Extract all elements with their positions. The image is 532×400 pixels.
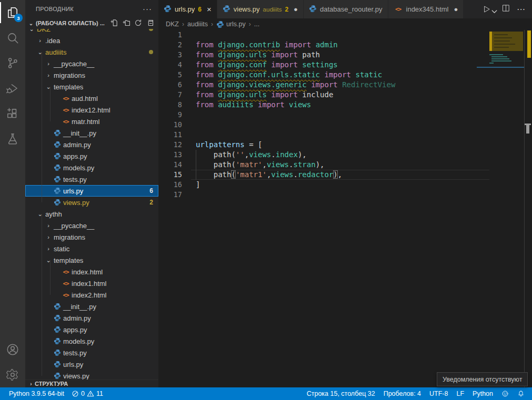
- search-icon[interactable]: [0, 25, 25, 50]
- tree-item-label: aythh: [45, 210, 62, 218]
- tree-item-index12-html[interactable]: <>index12.html: [25, 104, 158, 116]
- code-editor[interactable]: 12from django.contrib import admin3from …: [158, 30, 532, 387]
- more-actions-icon[interactable]: ⋯: [517, 4, 526, 14]
- new-file-icon[interactable]: [110, 19, 118, 28]
- breadcrumb-item[interactable]: DKZ: [166, 20, 179, 28]
- explorer-more-actions-icon[interactable]: ···: [143, 4, 152, 13]
- new-folder-icon[interactable]: [122, 19, 130, 28]
- tree-item--init-py[interactable]: __init__.py: [25, 127, 158, 139]
- tree-item-tests-py[interactable]: tests.py: [25, 347, 158, 358]
- workspace-section-header[interactable]: ⌄ (РАБОЧАЯ ОБЛАСТЬ) ...: [25, 17, 158, 29]
- line-number: 10: [158, 120, 182, 130]
- status-problems[interactable]: 011: [72, 390, 103, 397]
- tree-item-templates[interactable]: ⌄templates: [25, 254, 158, 266]
- run-python-file-icon[interactable]: [482, 5, 495, 14]
- tree-item-admin-py[interactable]: admin.py: [25, 312, 158, 324]
- tree-item-audiiits[interactable]: ⌄audiiits: [25, 46, 158, 58]
- file-tree-rows: ⌄DKZ›.idea⌄audiiits›__pycache__›migratio…: [25, 29, 158, 380]
- tree-item--idea[interactable]: ›.idea: [25, 35, 158, 46]
- breadcrumb-item[interactable]: ...: [254, 20, 259, 28]
- code-line-9[interactable]: 9: [158, 110, 532, 120]
- status-indentation[interactable]: Пробелов: 4: [384, 390, 421, 397]
- code-line-7[interactable]: 7from django.urls import include: [158, 90, 532, 100]
- tree-item-index2-html[interactable]: <>index2.html: [25, 289, 158, 301]
- status-eol[interactable]: LF: [456, 390, 464, 397]
- breadcrumb-item[interactable]: audiiits: [187, 20, 208, 28]
- code-line-1[interactable]: 1: [158, 30, 532, 40]
- manage-icon[interactable]: [0, 362, 25, 387]
- tree-item-static[interactable]: ›static: [25, 243, 158, 254]
- tree-item-urls-py[interactable]: urls.py6: [25, 185, 158, 197]
- line-number: 2: [158, 40, 182, 50]
- tree-item-label: migrations: [54, 233, 85, 241]
- tree-item-apps-py[interactable]: apps.py: [25, 150, 158, 162]
- tab-urls-py[interactable]: urls.py6×: [158, 0, 217, 18]
- status-feedback[interactable]: [501, 390, 509, 397]
- tree-item-index-html[interactable]: <>index.html: [25, 266, 158, 278]
- tree-item-aud-html[interactable]: <>aud.html: [25, 93, 158, 104]
- extensions-icon[interactable]: [0, 101, 25, 126]
- tree-item-admin-py[interactable]: admin.py: [25, 139, 158, 150]
- tree-item-DKZ[interactable]: ⌄DKZ: [25, 29, 158, 35]
- code-line-11[interactable]: 11: [158, 130, 532, 140]
- explorer-icon[interactable]: 3: [0, 0, 25, 25]
- tab-database-roouter-py[interactable]: database_roouter.py: [304, 0, 388, 18]
- accounts-icon[interactable]: [0, 337, 25, 362]
- status-encoding[interactable]: UTF-8: [429, 390, 448, 397]
- tree-item-aythh[interactable]: ⌄aythh: [25, 208, 158, 220]
- testing-icon[interactable]: [0, 126, 25, 151]
- tree-item-label: apps.py: [63, 326, 87, 334]
- modified-dot-icon[interactable]: ●: [294, 5, 298, 13]
- tree-item-urls-py[interactable]: urls.py: [25, 358, 158, 370]
- breadcrumb-item[interactable]: urls.py: [226, 20, 246, 28]
- chevron-down-icon: ⌄: [44, 257, 53, 264]
- code-line-5[interactable]: 5from django.conf.urls.static import sta…: [158, 70, 532, 80]
- status-notifications[interactable]: [517, 390, 525, 397]
- split-editor-icon[interactable]: [501, 4, 510, 15]
- chevron-right-icon: ›: [44, 245, 53, 252]
- tree-item-migrations[interactable]: ›migrations: [25, 69, 158, 81]
- tab-views-py[interactable]: views.pyaudiiits2●: [217, 0, 304, 18]
- tree-item-apps-py[interactable]: apps.py: [25, 324, 158, 335]
- tree-item-index1-html[interactable]: <>index1.html: [25, 278, 158, 289]
- collapse-all-icon[interactable]: [146, 19, 154, 28]
- code-line-8[interactable]: 8from audiiits import views: [158, 100, 532, 110]
- code-line-3[interactable]: 3from django.urls import path: [158, 50, 532, 60]
- tree-item-views-py[interactable]: views.py: [25, 370, 158, 380]
- code-line-4[interactable]: 4from django.conf import settings: [158, 60, 532, 70]
- overview-ruler[interactable]: [524, 30, 532, 387]
- tree-item--pycache-[interactable]: ›__pycache__: [25, 220, 158, 231]
- tree-item-models-py[interactable]: models.py: [25, 335, 158, 347]
- run-and-debug-icon[interactable]: [0, 76, 25, 101]
- refresh-icon[interactable]: [134, 19, 142, 28]
- code-line-10[interactable]: 10: [158, 120, 532, 130]
- status-text: UTF-8: [429, 390, 448, 397]
- tab-index345-html[interactable]: <>index345.html●: [388, 0, 464, 18]
- code-line-12[interactable]: 12urlpatterns = [: [158, 140, 532, 150]
- tree-item-matr-html[interactable]: <>matr.html: [25, 116, 158, 127]
- tree-item--pycache-[interactable]: ›__pycache__: [25, 58, 158, 69]
- modified-dot-icon[interactable]: ●: [454, 5, 458, 13]
- tree-item-migrations[interactable]: ›migrations: [25, 231, 158, 243]
- status-language-mode[interactable]: Python: [473, 390, 493, 397]
- code-line-14[interactable]: 14 path('matr',views.stran),: [158, 160, 532, 170]
- tree-item-models-py[interactable]: models.py: [25, 162, 158, 173]
- code-line-16[interactable]: 16]: [158, 180, 532, 190]
- minimap[interactable]: [489, 30, 524, 345]
- code-line-6[interactable]: 6from django.views.generic import Redire…: [158, 80, 532, 90]
- outline-section-header[interactable]: › СТРУКТУРА: [25, 380, 158, 387]
- close-icon[interactable]: ×: [207, 5, 212, 14]
- code-line-13[interactable]: 13 path('',views.index),: [158, 150, 532, 160]
- modified-dot: [149, 48, 153, 56]
- tree-item-templates[interactable]: ⌄templates: [25, 81, 158, 93]
- tree-item--init-py[interactable]: __init__.py: [25, 301, 158, 312]
- source-control-icon[interactable]: [0, 50, 25, 76]
- tree-item-tests-py[interactable]: tests.py: [25, 173, 158, 185]
- code-line-2[interactable]: 2from django.contrib import admin: [158, 40, 532, 50]
- tree-item-label: index12.html: [72, 106, 111, 114]
- code-line-15[interactable]: 15 path('matr1',views.redactor),: [158, 170, 532, 180]
- tree-item-views-py[interactable]: views.py2: [25, 197, 158, 208]
- status-python-interpreter[interactable]: Python 3.9.5 64-bit: [9, 390, 64, 397]
- status-cursor-position[interactable]: Строка 15, столбец 32: [307, 390, 375, 397]
- code-line-17[interactable]: 17: [158, 190, 532, 200]
